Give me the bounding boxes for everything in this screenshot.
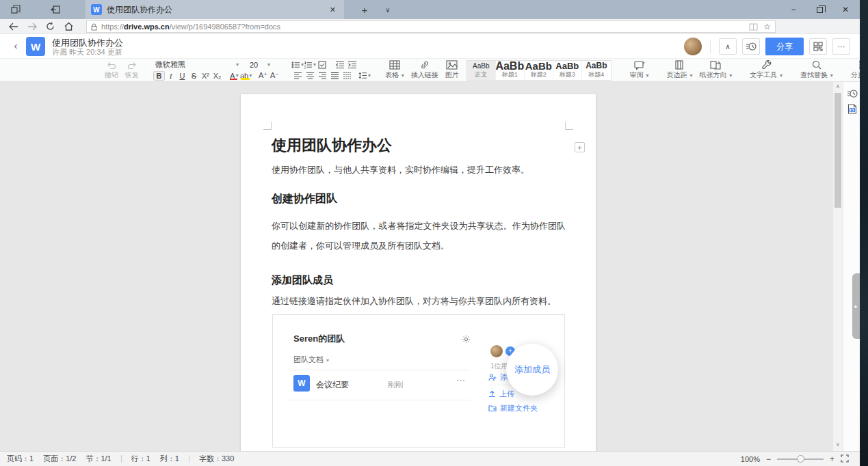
wps-file-icon: W — [293, 375, 310, 392]
underline-button[interactable]: U — [176, 71, 188, 81]
new-tab-button[interactable]: + — [354, 0, 375, 19]
align-center-button[interactable] — [304, 71, 316, 81]
home-icon[interactable] — [60, 19, 78, 34]
document-scrollbar[interactable]: ∧ ∨ — [833, 82, 843, 451]
history-panel-icon[interactable] — [843, 86, 860, 101]
fullscreen-icon[interactable] — [841, 454, 849, 464]
find-replace-button[interactable]: 查找替换 ▾ — [800, 60, 833, 80]
strikethrough-button[interactable]: S — [188, 71, 200, 81]
style-heading3[interactable]: AaBb标题3 — [553, 61, 582, 80]
text-tools-button[interactable]: 文字工具 ▾ — [750, 60, 782, 80]
more-menu-button[interactable]: ⋯ — [832, 38, 850, 55]
zoom-out-button[interactable]: − — [766, 454, 771, 464]
undo-button[interactable]: 撤销 — [105, 61, 118, 80]
superscript-button[interactable]: X² — [200, 71, 211, 81]
section2-body[interactable]: 通过链接邀请指定伙伴加入协作团队，对方将与你共享团队内所有资料。 — [272, 294, 566, 309]
user-avatar[interactable] — [684, 38, 702, 55]
table-button[interactable]: 表格 ▾ — [385, 60, 404, 80]
wps-header: ‹ W 使用团队协作办公 许愿 昨天 20:34 更新 ∧ 分享 ⋯ — [0, 34, 860, 59]
section2-heading[interactable]: 添加团队成员 — [272, 274, 333, 287]
browser-tab[interactable]: W 使用团队协作办公 ✕ — [86, 0, 344, 19]
close-button[interactable]: ✕ — [832, 0, 858, 19]
doc-back-button[interactable]: ‹ — [10, 40, 22, 51]
style-normal[interactable]: AaBb正文 — [467, 61, 496, 80]
numbered-list-button[interactable]: ▾ — [304, 60, 316, 70]
new-folder-action: 新建文件夹 — [488, 403, 538, 413]
translate-panel-icon[interactable] — [843, 101, 860, 116]
card-divider — [288, 370, 470, 370]
tab-close-icon[interactable]: ✕ — [327, 5, 339, 14]
history-button[interactable] — [742, 38, 760, 55]
bullet-list-button[interactable]: ▾ — [291, 60, 304, 70]
subscript-button[interactable]: X₂ — [211, 71, 223, 81]
tab-list-button[interactable]: ∨ — [378, 0, 398, 19]
tab-title: 使用团队协作办公 — [107, 4, 327, 16]
font-family-select[interactable]: 微软雅黑▾ — [153, 59, 241, 70]
add-comment-button[interactable]: + — [575, 142, 585, 152]
restore-button[interactable] — [806, 0, 832, 19]
browser-window: W 使用团队协作办公 ✕ + ∨ − ✕ https://drive.wps.c… — [0, 0, 868, 466]
header-divider — [710, 40, 711, 53]
refresh-icon[interactable] — [41, 19, 60, 34]
page-orientation-button[interactable]: 纸张方向 ▾ — [699, 60, 732, 80]
panel-pull-tab[interactable]: ▸ — [852, 273, 860, 339]
redo-button[interactable]: 恢复 — [125, 61, 139, 80]
collapse-toolbar-button[interactable]: ∧ — [719, 38, 737, 55]
insert-link-button[interactable]: 插入链接 — [411, 60, 438, 80]
font-color-button[interactable]: A▾ — [228, 71, 240, 81]
insert-image-button[interactable]: 图片 — [445, 60, 459, 80]
distribute-button[interactable] — [341, 71, 353, 81]
back-icon[interactable] — [4, 19, 23, 34]
shrink-font-button[interactable]: A⁻ — [269, 71, 280, 81]
right-side-panel — [843, 82, 860, 451]
font-size-select[interactable]: 20▾ — [248, 61, 272, 69]
scroll-up-icon[interactable]: ∧ — [833, 83, 843, 92]
document-intro[interactable]: 使用协作团队，与他人共享资料，实时协作编辑，提升工作效率。 — [272, 163, 566, 178]
zoom-slider-handle[interactable] — [797, 455, 804, 463]
style-heading4[interactable]: AaBb标题4 — [582, 61, 611, 80]
status-column: 列：1 — [160, 454, 179, 464]
zoom-in-button[interactable]: + — [830, 454, 834, 464]
checklist-button[interactable] — [316, 60, 328, 70]
favorite-star-icon[interactable]: ☆ — [763, 22, 771, 31]
qr-code-button[interactable] — [809, 38, 827, 55]
increase-indent-button[interactable] — [346, 60, 358, 70]
zoom-slider[interactable] — [777, 458, 824, 460]
style-heading2[interactable]: AaBb标题2 — [525, 61, 553, 80]
bold-button[interactable]: B — [153, 71, 165, 81]
page-margins-button[interactable]: 页边距 ▾ — [667, 60, 693, 80]
decrease-indent-button[interactable] — [334, 60, 346, 70]
new-folder-icon — [488, 405, 497, 412]
wps-favicon: W — [91, 4, 102, 15]
italic-button[interactable]: I — [165, 71, 176, 81]
review-button[interactable]: 审阅 ▾ — [630, 60, 649, 80]
share-button[interactable]: 分享 — [765, 38, 804, 55]
section1-body[interactable]: 你可以创建新的协作团队，或者将指定文件夹设为共享状态。作为协作团队的创建者，你可… — [272, 216, 566, 256]
highlight-color-button[interactable]: ab▾ — [240, 71, 252, 81]
status-pages: 页面：1/2 — [43, 454, 76, 464]
align-left-button[interactable] — [291, 71, 304, 81]
grow-font-button[interactable]: A⁺ — [257, 71, 269, 81]
reading-view-icon[interactable] — [749, 23, 758, 31]
line-spacing-button[interactable]: ▾ — [358, 71, 371, 81]
section1-heading[interactable]: 创建协作团队 — [272, 192, 337, 206]
document-canvas[interactable]: 使用团队协作办公 + 使用协作团队，与他人共享资料，实时协作编辑，提升工作效率。… — [0, 82, 833, 451]
status-separator — [121, 455, 122, 463]
scrollbar-thumb[interactable] — [834, 93, 841, 208]
gear-icon — [462, 334, 471, 346]
forward-icon[interactable] — [23, 19, 41, 34]
browser-chrome: https://drive.wps.cn/view/p/16949806587?… — [0, 19, 868, 34]
document-title[interactable]: 使用团队协作办公 — [272, 135, 392, 156]
align-justify-button[interactable] — [328, 71, 341, 81]
set-aside-tabs-icon[interactable] — [5, 0, 26, 19]
minimize-button[interactable]: − — [780, 0, 806, 19]
style-heading1[interactable]: AaBb标题1 — [496, 61, 525, 80]
address-bar[interactable]: https://drive.wps.cn/view/p/16949806587?… — [86, 20, 776, 33]
margin-mark-right — [565, 122, 573, 130]
scroll-down-icon[interactable]: ∨ — [833, 441, 843, 450]
document-page[interactable]: 使用团队协作办公 + 使用协作团队，与他人共享资料，实时协作编辑，提升工作效率。… — [241, 94, 596, 451]
restore-tabs-icon[interactable] — [45, 0, 66, 19]
chevron-down-icon: ▾ — [267, 61, 270, 68]
person-add-icon — [488, 374, 497, 381]
align-right-button[interactable] — [316, 71, 328, 81]
